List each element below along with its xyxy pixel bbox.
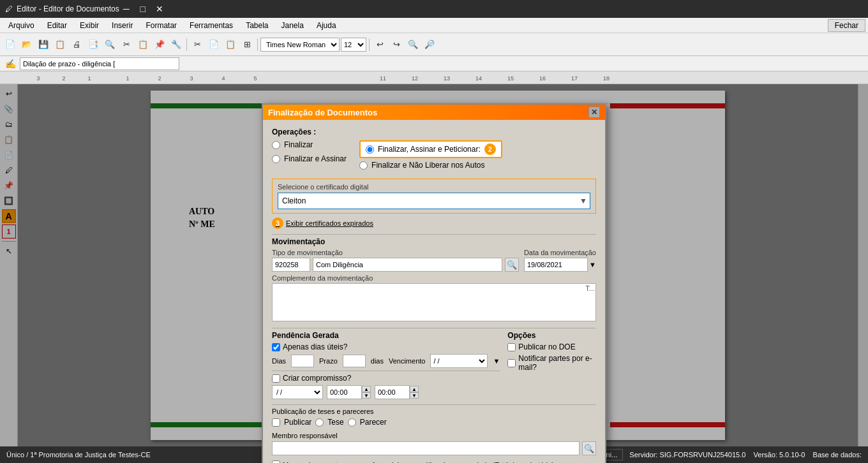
tb6[interactable]: 🔍 bbox=[102, 37, 117, 52]
complemento-field: Complemento da movimentação T... bbox=[272, 274, 596, 323]
membro-section: Membro responsável 🔍 bbox=[272, 432, 596, 455]
font-size-select[interactable]: 12 10 14 bbox=[341, 38, 366, 52]
vencimento-select[interactable]: / / bbox=[430, 354, 488, 368]
redo-button[interactable]: ↪ bbox=[389, 37, 404, 52]
criar-compromisso-checkbox[interactable] bbox=[272, 374, 280, 383]
parecer-label[interactable]: Parecer bbox=[360, 418, 387, 427]
close-button[interactable]: ✕ bbox=[153, 2, 167, 16]
formatbar: ✍ bbox=[0, 56, 868, 71]
time2-input[interactable] bbox=[375, 385, 410, 399]
radio-nao-liberar-label[interactable]: Finalizar e Não Liberar nos Autos bbox=[371, 161, 484, 170]
exibir-cert-row: 3 Exibir certificados expirados bbox=[272, 217, 596, 229]
menu-inserir[interactable]: Inserir bbox=[106, 19, 138, 32]
criar-compromisso-label[interactable]: Criar compromisso? bbox=[283, 374, 351, 383]
tb5[interactable]: 📑 bbox=[86, 37, 101, 52]
doc-title-input[interactable] bbox=[20, 57, 179, 70]
apenas-dias-uteis-label[interactable]: Apenas dias úteis? bbox=[283, 342, 347, 351]
font-select[interactable]: Times New Roman Arial bbox=[260, 38, 340, 52]
dias-input[interactable] bbox=[291, 355, 314, 367]
cert-select[interactable]: Cleiton bbox=[278, 193, 590, 209]
tb8[interactable]: 📋 bbox=[135, 37, 151, 52]
tese-label[interactable]: Tese bbox=[327, 418, 343, 427]
radio-finalizar-assinar-label[interactable]: Finalizar e Assinar bbox=[284, 154, 347, 163]
exibir-cert-link-text[interactable]: Exibir certificados expirados bbox=[286, 219, 373, 227]
mov-tipo-search-button[interactable]: 🔍 bbox=[505, 258, 519, 272]
publicar-label[interactable]: Publicar bbox=[284, 418, 311, 427]
menu-exibir[interactable]: Exibir bbox=[74, 19, 105, 32]
tb10[interactable]: 🔧 bbox=[168, 37, 184, 52]
open-button[interactable]: 📂 bbox=[19, 37, 34, 52]
pendencia-title: Pendência Gerada bbox=[272, 331, 500, 340]
radio-nao-liberar[interactable] bbox=[359, 161, 368, 170]
complemento-label: Complemento da movimentação bbox=[272, 274, 596, 282]
fechar-button[interactable]: Fechar bbox=[828, 19, 865, 32]
titlebar: 🖊 Editor - Editor de Documentos ─ □ ✕ bbox=[0, 0, 868, 18]
mov-tipo-code[interactable] bbox=[272, 258, 310, 272]
time2-down[interactable]: ▼ bbox=[410, 392, 419, 399]
menu-janela[interactable]: Janela bbox=[276, 19, 310, 32]
operacoes-right: Finalizar, Assinar e Peticionar: 2 Final… bbox=[359, 140, 502, 172]
radio-finalizar-peticionar[interactable] bbox=[366, 145, 374, 154]
preferencial-checkbox[interactable] bbox=[272, 460, 280, 463]
modal-overlay: Finalização de Documentos ✕ Operações : … bbox=[0, 84, 868, 446]
menu-ferramentas[interactable]: Ferramentas bbox=[184, 19, 239, 32]
radio-finalizar-peticionar-label[interactable]: Finalizar, Assinar e Peticionar: bbox=[378, 145, 481, 154]
preferencial-label[interactable]: Marcar documento como preferencial para … bbox=[283, 461, 554, 464]
apenas-dias-uteis-checkbox[interactable] bbox=[272, 343, 280, 351]
tb7[interactable]: ✂ bbox=[119, 37, 134, 52]
notificar-label[interactable]: Notificar partes por e-mail? bbox=[518, 354, 596, 372]
menu-editar[interactable]: Editar bbox=[41, 19, 73, 32]
new-button[interactable]: 📄 bbox=[3, 37, 18, 52]
cut-button[interactable]: ✂ bbox=[190, 37, 205, 52]
maximize-button[interactable]: □ bbox=[136, 2, 150, 16]
time1-input[interactable] bbox=[327, 385, 362, 399]
radio-nao-liberar-row: Finalizar e Não Liberar nos Autos bbox=[359, 161, 502, 170]
pub-title: Publicação de teses e pareceres bbox=[272, 408, 596, 415]
ruler-mark16: 16 bbox=[539, 75, 546, 82]
radio-finalizar-label[interactable]: Finalizar bbox=[284, 140, 313, 149]
divider2 bbox=[272, 328, 596, 328]
radio-finalizar[interactable] bbox=[272, 141, 280, 149]
mov-tipo-desc[interactable] bbox=[313, 258, 502, 272]
publicar-checkbox[interactable] bbox=[272, 418, 280, 427]
time2-up[interactable]: ▲ bbox=[410, 386, 419, 392]
tese-radio[interactable] bbox=[315, 418, 324, 427]
prazo-input[interactable] bbox=[343, 355, 366, 367]
save-button[interactable]: 💾 bbox=[36, 37, 51, 52]
separator1 bbox=[186, 38, 187, 51]
tb9[interactable]: 📌 bbox=[152, 37, 167, 52]
notificar-checkbox[interactable] bbox=[507, 359, 516, 367]
save2-button[interactable]: 📋 bbox=[52, 37, 68, 52]
search-btn[interactable]: 🔍 bbox=[405, 37, 421, 52]
operacoes-left: Finalizar Finalizar e Assinar bbox=[272, 140, 347, 172]
minimize-button[interactable]: ─ bbox=[119, 2, 133, 16]
time1-up[interactable]: ▲ bbox=[362, 386, 371, 392]
membro-search-button[interactable]: 🔍 bbox=[582, 441, 596, 455]
mov-data-input[interactable] bbox=[524, 258, 588, 272]
radio-highlighted-row: Finalizar, Assinar e Peticionar: 2 bbox=[359, 140, 502, 158]
zoom-btn[interactable]: 🔎 bbox=[422, 37, 437, 52]
t-button[interactable]: T... bbox=[585, 284, 595, 292]
compromisso-date-select[interactable]: / / bbox=[272, 385, 323, 399]
complemento-wrapper: T... bbox=[272, 283, 596, 323]
modal-close-button[interactable]: ✕ bbox=[588, 107, 600, 118]
time2-wrapper: ▲ ▼ bbox=[375, 385, 419, 399]
menu-formatar[interactable]: Formatar bbox=[140, 19, 183, 32]
print-button[interactable]: 🖨 bbox=[69, 37, 84, 52]
paste2-button[interactable]: ⊞ bbox=[239, 37, 255, 52]
membro-input[interactable] bbox=[272, 441, 580, 455]
ruler-mark1: 1 bbox=[126, 75, 129, 82]
publicar-doe-checkbox[interactable] bbox=[507, 343, 516, 351]
copy-button[interactable]: 📄 bbox=[206, 37, 221, 52]
time1-down[interactable]: ▼ bbox=[362, 392, 371, 399]
menu-arquivo[interactable]: Arquivo bbox=[3, 19, 40, 32]
complemento-textarea[interactable] bbox=[272, 283, 596, 321]
menu-tabela[interactable]: Tabela bbox=[240, 19, 274, 32]
parecer-radio[interactable] bbox=[348, 418, 356, 427]
menu-ajuda[interactable]: Ajuda bbox=[311, 19, 342, 32]
publicar-doe-label[interactable]: Publicar no DOE bbox=[518, 342, 575, 351]
radio-finalizar-assinar[interactable] bbox=[272, 155, 280, 163]
paste-button[interactable]: 📋 bbox=[223, 37, 238, 52]
ruler-mark15: 15 bbox=[507, 75, 514, 82]
undo-button[interactable]: ↩ bbox=[372, 37, 387, 52]
